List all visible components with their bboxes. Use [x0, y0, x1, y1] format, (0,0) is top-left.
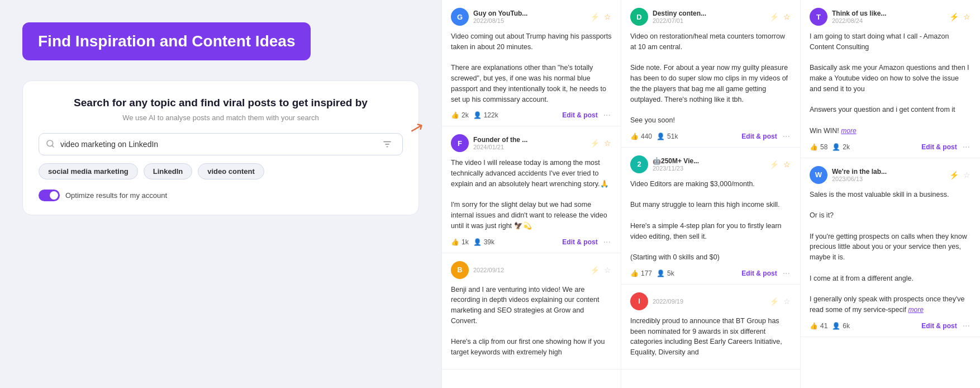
card-header: 2🤖250M+ Vie...2023/11/23⚡☆: [630, 155, 791, 173]
tag-video-content[interactable]: video content: [198, 163, 264, 179]
card-header: FFounder of the ...2024/01/21⚡☆: [451, 134, 612, 152]
comment-stat: 👤 39k: [473, 238, 494, 246]
like-icon: 👍: [810, 322, 818, 330]
comment-icon: 👤: [473, 238, 482, 246]
optimize-toggle[interactable]: [39, 190, 60, 201]
search-input[interactable]: [60, 140, 379, 149]
card-footer: 👍 58👤 2kEdit & post···: [810, 142, 971, 152]
card-date: 2022/08/24: [832, 17, 944, 24]
card-date: 2022/09/12: [473, 267, 585, 273]
card-1-0: DDestiny conten...2022/07/01⚡☆Video on r…: [621, 0, 800, 148]
card-header: DDestiny conten...2022/07/01⚡☆: [630, 8, 791, 26]
more-options-button[interactable]: ···: [962, 142, 971, 152]
more-options-button[interactable]: ···: [782, 268, 791, 278]
card-header: GGuy on YouTub...2022/08/15⚡☆: [451, 8, 612, 26]
card-body: The video I will release today is among …: [451, 158, 612, 231]
like-icon: 👍: [451, 111, 459, 119]
card-icons: ⚡☆: [589, 12, 612, 22]
star-icon[interactable]: ☆: [783, 159, 791, 169]
card-2-1: WWe're in the lab...2023/06/13⚡☆Sales is…: [801, 158, 980, 337]
like-count: 58: [820, 143, 827, 151]
comment-count: 122k: [484, 111, 498, 119]
edit-post-button[interactable]: Edit & post: [921, 143, 957, 151]
card-footer: 👍 177👤 5kEdit & post···: [630, 268, 791, 278]
comment-count: 5k: [667, 269, 674, 277]
tag-linkedin[interactable]: LinkedIn: [144, 163, 192, 179]
comment-icon: 👤: [832, 322, 840, 330]
like-icon: 👍: [451, 238, 459, 246]
card-meta: Destiny conten...2022/07/01: [653, 10, 764, 24]
more-link[interactable]: more: [908, 306, 923, 314]
card-body: Video on restoration/heal meta counters …: [630, 31, 791, 126]
right-panel: GGuy on YouTub...2022/08/15⚡☆Video comin…: [441, 0, 980, 388]
lightning-icon[interactable]: ⚡: [949, 12, 959, 22]
card-date: 2023/06/13: [832, 176, 944, 182]
comment-stat: 👤 122k: [473, 111, 498, 119]
card-body: Incredibly proud to announce that BT Gro…: [630, 316, 791, 358]
star-icon[interactable]: ☆: [603, 12, 612, 22]
edit-post-button[interactable]: Edit & post: [741, 133, 777, 140]
card-icons: ⚡☆: [949, 12, 971, 22]
comment-stat: 👤 51k: [656, 133, 678, 140]
filter-button[interactable]: [379, 138, 396, 150]
more-link[interactable]: more: [841, 127, 856, 135]
card-body: Video coming out about Trump having his …: [451, 31, 612, 105]
like-stat: 👍 440: [630, 133, 652, 140]
lightning-icon[interactable]: ⚡: [589, 265, 600, 275]
like-count: 2k: [462, 111, 469, 119]
card-author: Think of us like...: [832, 10, 944, 17]
like-count: 440: [641, 133, 652, 140]
card-footer: 👍 2k👤 122kEdit & post···: [451, 110, 612, 120]
card-body: I am going to start doing what I call - …: [810, 31, 971, 136]
lightning-icon[interactable]: ⚡: [769, 12, 779, 22]
edit-post-button[interactable]: Edit & post: [921, 322, 957, 330]
star-icon[interactable]: ☆: [963, 170, 971, 180]
card-column-1: DDestiny conten...2022/07/01⚡☆Video on r…: [621, 0, 801, 388]
card-meta: 2022/09/12: [473, 267, 585, 273]
star-icon[interactable]: ☆: [783, 296, 791, 306]
card-icons: ⚡☆: [589, 138, 612, 148]
like-count: 177: [641, 269, 652, 277]
card-meta: 2022/09/19: [653, 298, 764, 305]
edit-post-button[interactable]: Edit & post: [562, 238, 597, 246]
hero-badge: Find Inspiration and Content Ideas: [22, 22, 311, 60]
card-meta: 🤖250M+ Vie...2023/11/23: [653, 157, 764, 172]
star-icon[interactable]: ☆: [603, 138, 612, 148]
card-header: B2022/09/12⚡☆: [451, 261, 612, 279]
card-column-2: TThink of us like...2022/08/24⚡☆I am goi…: [801, 0, 980, 388]
star-icon[interactable]: ☆: [603, 265, 612, 275]
edit-post-button[interactable]: Edit & post: [562, 111, 597, 119]
lightning-icon[interactable]: ⚡: [589, 138, 600, 148]
card-date: 2022/08/15: [473, 17, 585, 24]
comment-count: 51k: [667, 133, 678, 140]
card-icons: ⚡☆: [949, 170, 971, 180]
more-options-button[interactable]: ···: [962, 321, 971, 331]
star-icon[interactable]: ☆: [963, 12, 971, 22]
card-author: We're in the lab...: [832, 168, 944, 176]
card-2-0: TThink of us like...2022/08/24⚡☆I am goi…: [801, 0, 980, 158]
lightning-icon[interactable]: ⚡: [589, 12, 600, 22]
optimize-row: Optimize results for my account: [39, 190, 403, 201]
like-icon: 👍: [630, 133, 639, 140]
card-header: I2022/09/19⚡☆: [630, 292, 791, 310]
card-date: 2023/11/23: [653, 165, 764, 172]
like-count: 1k: [462, 238, 469, 246]
card-date: 2022/07/01: [653, 17, 764, 24]
more-options-button[interactable]: ···: [602, 237, 612, 247]
more-options-button[interactable]: ···: [782, 131, 791, 141]
lightning-icon[interactable]: ⚡: [949, 170, 959, 180]
avatar: T: [810, 8, 827, 26]
svg-line-1: [52, 145, 54, 147]
star-icon[interactable]: ☆: [783, 12, 791, 22]
avatar: F: [451, 134, 469, 152]
edit-post-button[interactable]: Edit & post: [741, 269, 777, 277]
tag-social-media[interactable]: social media marketing: [39, 163, 138, 179]
left-panel: Find Inspiration and Content Ideas Searc…: [0, 0, 441, 388]
lightning-icon[interactable]: ⚡: [769, 296, 779, 306]
like-icon: 👍: [810, 143, 818, 151]
avatar: G: [451, 8, 469, 26]
arrow-hint: ↗: [407, 116, 426, 139]
lightning-icon[interactable]: ⚡: [769, 159, 779, 169]
card-header: TThink of us like...2022/08/24⚡☆: [810, 8, 971, 26]
more-options-button[interactable]: ···: [602, 110, 612, 120]
